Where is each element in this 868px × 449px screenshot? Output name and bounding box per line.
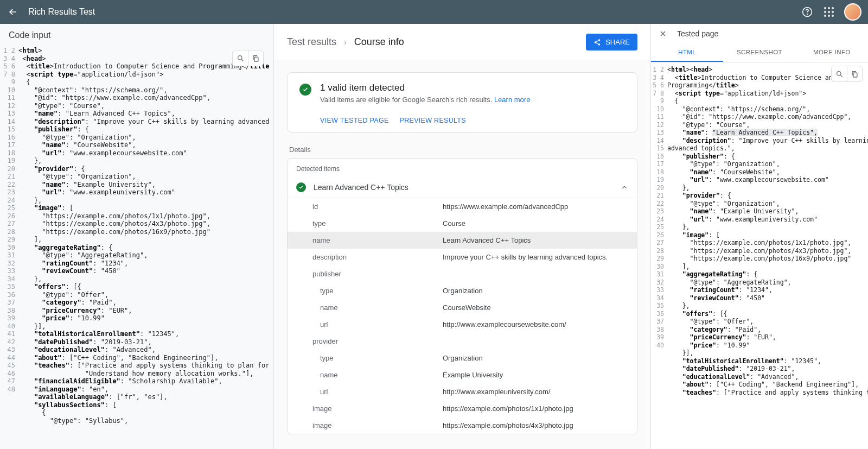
share-button[interactable]: SHARE (586, 34, 637, 50)
table-row: typeOrganization (288, 350, 637, 366)
check-icon (296, 182, 306, 192)
app-header: Rich Results Test (0, 0, 868, 24)
tested-page-title: Tested page (677, 29, 718, 38)
tested-page-tabs: HTML SCREENSHOT MORE INFO (651, 43, 868, 62)
tab-screenshot[interactable]: SCREENSHOT (723, 43, 795, 62)
detected-items-label: Detected items (288, 159, 637, 177)
table-row: descriptionImprove your C++ skills by le… (288, 249, 637, 265)
svg-point-1 (807, 14, 808, 15)
tested-code-viewer[interactable]: 1 2 3 4 5 6 7 8 9 10 11 12 13 14 15 16 1… (651, 62, 868, 449)
chevron-right-icon: › (344, 38, 347, 47)
app-title: Rich Results Test (28, 7, 801, 17)
table-row: typeCourse (288, 215, 637, 232)
close-icon[interactable] (659, 29, 667, 38)
code-tools (232, 50, 264, 66)
summary-card: 1 valid item detected Valid items are el… (287, 72, 637, 132)
code-editor[interactable]: 1 2 3 4 5 6 7 8 9 10 11 12 13 14 15 16 1… (0, 47, 269, 449)
code-input-title: Code input (0, 24, 273, 47)
table-row: nameCourseWebsite (288, 299, 637, 316)
table-row: urlhttp://www.exampleuniversity.com/ (288, 383, 637, 400)
svg-rect-3 (254, 57, 258, 61)
svg-point-6 (598, 43, 601, 46)
table-row: imagehttps://example.com/photos/4x3/phot… (288, 417, 637, 434)
table-row: provider (288, 333, 637, 350)
breadcrumb-root[interactable]: Test results (287, 36, 336, 48)
preview-results-button[interactable]: PREVIEW RESULTS (400, 117, 466, 124)
apps-icon[interactable] (822, 5, 835, 18)
search-code-icon[interactable] (233, 50, 248, 66)
avatar[interactable] (844, 3, 861, 21)
table-row: typeOrganization (288, 282, 637, 299)
table-row: idhttps://www.example.com/advancedCpp (288, 198, 637, 215)
summary-title: 1 valid item detected (320, 83, 530, 93)
help-icon[interactable] (801, 5, 814, 18)
tested-page-pane: Tested page HTML SCREENSHOT MORE INFO 1 … (651, 24, 868, 449)
svg-point-4 (598, 39, 601, 41)
breadcrumb: Test results › Course info SHARE (274, 24, 650, 60)
copy-code-icon[interactable] (248, 50, 263, 66)
copy-code-icon[interactable] (847, 66, 862, 81)
tab-more-info[interactable]: MORE INFO (796, 43, 868, 62)
search-code-icon[interactable] (832, 66, 847, 81)
summary-subtitle: Valid items are eligible for Google Sear… (320, 96, 530, 104)
details-card: Detected items Learn Advanced C++ Topics… (287, 158, 637, 434)
table-row: urlhttp://www.examplecoursewebsite.com/ (288, 316, 637, 333)
svg-rect-8 (853, 73, 857, 77)
chevron-up-icon (621, 184, 628, 191)
results-pane: Test results › Course info SHARE 1 valid… (274, 24, 651, 449)
svg-point-2 (238, 55, 242, 60)
breadcrumb-current: Course info (354, 36, 404, 48)
svg-point-7 (837, 71, 841, 75)
code-input-pane: Code input 1 2 3 4 5 6 7 8 9 10 11 12 13… (0, 24, 274, 449)
view-tested-page-button[interactable]: VIEW TESTED PAGE (320, 117, 389, 124)
check-icon (299, 84, 311, 96)
details-label: Details (289, 146, 637, 154)
code-tools (831, 66, 863, 82)
tab-html[interactable]: HTML (651, 43, 723, 62)
detected-item-header[interactable]: Learn Advanced C++ Topics (288, 177, 637, 198)
svg-point-5 (595, 41, 597, 43)
table-row: nameExample University (288, 366, 637, 383)
learn-more-link[interactable]: Learn more (494, 96, 530, 104)
table-row: nameLearn Advanced C++ Topics (288, 232, 637, 249)
table-row: imagehttps://example.com/photos/1x1/phot… (288, 400, 637, 417)
table-row: publisher (288, 265, 637, 282)
back-button[interactable] (7, 5, 20, 18)
